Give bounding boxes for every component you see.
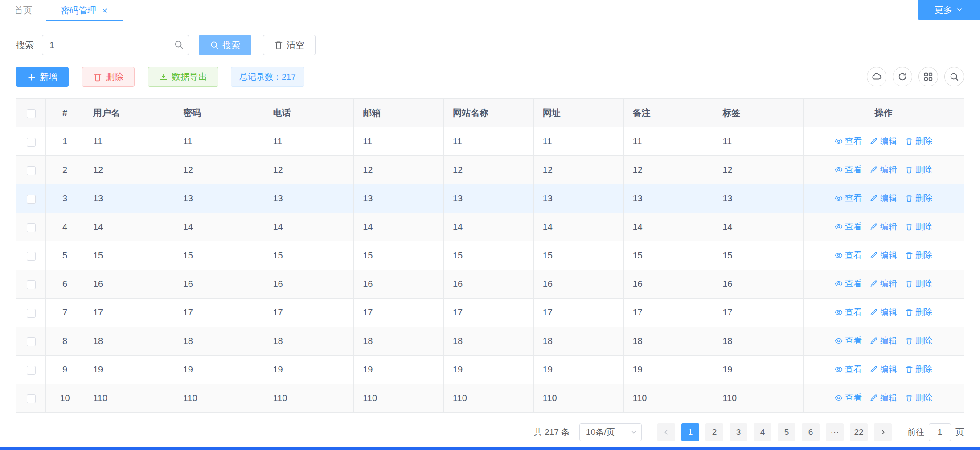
tab-close-icon[interactable]: [101, 7, 109, 15]
table-cell: 14: [354, 213, 444, 241]
tab-password-label: 密码管理: [61, 4, 96, 16]
tab-password-management[interactable]: 密码管理: [46, 0, 123, 21]
delete-link[interactable]: 删除: [905, 307, 932, 318]
row-checkbox[interactable]: [27, 280, 36, 289]
row-checkbox[interactable]: [27, 195, 36, 204]
table-row[interactable]: 41414141414141414查看编辑删除: [16, 213, 964, 241]
table-header-row: # 用户名 密码 电话 邮箱 网站名称 网址 备注 标签 操作: [16, 99, 964, 127]
row-checkbox-cell: [16, 327, 46, 356]
view-link[interactable]: 查看: [835, 278, 862, 290]
table-cell: 12: [174, 156, 264, 184]
export-button[interactable]: 数据导出: [148, 67, 218, 87]
view-link[interactable]: 查看: [835, 192, 862, 204]
table-cell: 15: [174, 241, 264, 270]
table-row[interactable]: 31313131313131313查看编辑删除: [16, 184, 964, 213]
delete-link[interactable]: 删除: [905, 335, 932, 347]
export-button-label: 数据导出: [172, 71, 207, 83]
page-button[interactable]: 5: [778, 423, 795, 441]
table-cell: 110: [264, 384, 354, 413]
table-cell: 18: [354, 327, 444, 356]
row-checkbox[interactable]: [27, 252, 36, 261]
edit-link[interactable]: 编辑: [870, 392, 897, 404]
tab-home[interactable]: 首页: [0, 0, 46, 21]
page-button[interactable]: 6: [802, 423, 820, 441]
row-checkbox[interactable]: [27, 366, 36, 375]
row-checkbox[interactable]: [27, 337, 36, 346]
page-button[interactable]: 22: [850, 423, 868, 441]
columns-button[interactable]: [918, 67, 938, 86]
page-size-select[interactable]: 10条/页: [579, 423, 642, 441]
table-row[interactable]: 51515151515151515查看编辑删除: [16, 241, 964, 270]
delete-link[interactable]: 删除: [905, 278, 932, 290]
view-link[interactable]: 查看: [835, 335, 862, 347]
edit-link[interactable]: 编辑: [870, 364, 897, 375]
page-size-value: 10条/页: [586, 426, 615, 438]
edit-link[interactable]: 编辑: [870, 250, 897, 261]
page-button[interactable]: 1: [681, 423, 699, 441]
toggle-search-button[interactable]: [944, 67, 964, 86]
delete-button[interactable]: 删除: [82, 67, 135, 87]
view-link[interactable]: 查看: [835, 164, 862, 176]
next-page-button[interactable]: [874, 423, 892, 441]
table-row[interactable]: 71717171717171717查看编辑删除: [16, 299, 964, 327]
row-checkbox[interactable]: [27, 166, 36, 175]
row-checkbox[interactable]: [27, 309, 36, 318]
pencil-icon: [870, 280, 878, 288]
edit-link[interactable]: 编辑: [870, 278, 897, 290]
table-row[interactable]: 11111111111111111查看编辑删除: [16, 127, 964, 156]
edit-link[interactable]: 编辑: [870, 192, 897, 204]
table-cell: 17: [174, 299, 264, 327]
delete-link[interactable]: 删除: [905, 392, 932, 404]
more-pages-button[interactable]: ···: [826, 423, 844, 441]
main-content: 搜索 搜索 清空 新增: [0, 35, 980, 441]
table-row[interactable]: 61616161616161616查看编辑删除: [16, 270, 964, 299]
page-button[interactable]: 4: [754, 423, 771, 441]
clear-button[interactable]: 清空: [263, 35, 316, 55]
table-row[interactable]: 10110110110110110110110110查看编辑删除: [16, 384, 964, 413]
edit-link[interactable]: 编辑: [870, 135, 897, 147]
table-row[interactable]: 21212121212121212查看编辑删除: [16, 156, 964, 184]
clear-button-icon: [274, 41, 283, 49]
add-button[interactable]: 新增: [16, 67, 69, 87]
delete-link[interactable]: 删除: [905, 164, 932, 176]
edit-link[interactable]: 编辑: [870, 307, 897, 318]
edit-link[interactable]: 编辑: [870, 221, 897, 233]
delete-link[interactable]: 删除: [905, 250, 932, 261]
goto-page-input[interactable]: [929, 423, 951, 441]
view-link[interactable]: 查看: [835, 135, 862, 147]
select-all-checkbox[interactable]: [27, 109, 36, 118]
prev-page-button[interactable]: [657, 423, 675, 441]
search-input[interactable]: [42, 35, 189, 55]
delete-link[interactable]: 删除: [905, 364, 932, 375]
table-row[interactable]: 81818181818181818查看编辑删除: [16, 327, 964, 356]
delete-link[interactable]: 删除: [905, 135, 932, 147]
more-button[interactable]: 更多: [918, 0, 980, 20]
search-button[interactable]: 搜索: [199, 35, 251, 55]
refresh-button[interactable]: [893, 67, 912, 86]
row-checkbox[interactable]: [27, 138, 36, 147]
view-link[interactable]: 查看: [835, 307, 862, 318]
table-cell: 17: [713, 299, 804, 327]
row-checkbox[interactable]: [27, 394, 36, 403]
delete-link[interactable]: 删除: [905, 221, 932, 233]
table-cell: 16: [84, 270, 174, 299]
cloud-export-button[interactable]: [867, 67, 886, 86]
view-link[interactable]: 查看: [835, 250, 862, 261]
row-checkbox[interactable]: [27, 223, 36, 232]
edit-link[interactable]: 编辑: [870, 164, 897, 176]
delete-link[interactable]: 删除: [905, 192, 932, 204]
view-link[interactable]: 查看: [835, 221, 862, 233]
table-cell: 19: [533, 356, 623, 384]
view-link[interactable]: 查看: [835, 392, 862, 404]
eye-icon: [835, 194, 843, 202]
row-checkbox-cell: [16, 156, 46, 184]
page-button[interactable]: 3: [730, 423, 747, 441]
view-link-label: 查看: [845, 335, 862, 347]
trash-icon: [905, 166, 913, 174]
page-button[interactable]: 2: [705, 423, 723, 441]
row-checkbox-cell: [16, 127, 46, 156]
edit-link[interactable]: 编辑: [870, 335, 897, 347]
search-suffix-icon[interactable]: [174, 40, 184, 49]
table-row[interactable]: 91919191919191919查看编辑删除: [16, 356, 964, 384]
view-link[interactable]: 查看: [835, 364, 862, 375]
